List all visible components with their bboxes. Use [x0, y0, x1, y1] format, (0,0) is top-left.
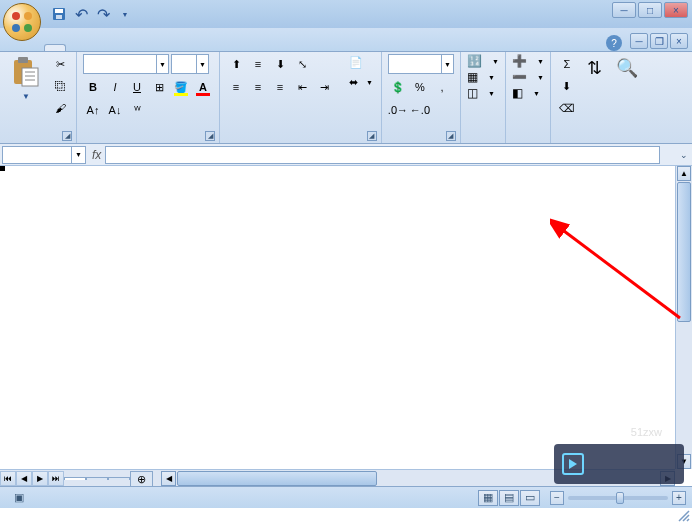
bold-button[interactable]: B — [83, 77, 103, 97]
zoom-in-button[interactable]: + — [672, 491, 686, 505]
tab-view[interactable] — [178, 45, 198, 51]
scroll-left-icon[interactable]: ◀ — [161, 471, 176, 486]
insert-cells-button[interactable]: ➕▼ — [512, 54, 544, 68]
font-size-combo[interactable]: ▼ — [171, 54, 209, 74]
clear-icon[interactable]: ⌫ — [557, 98, 577, 118]
save-icon[interactable] — [50, 5, 68, 23]
sheet-tab-2[interactable] — [86, 477, 108, 480]
help-icon[interactable]: ? — [606, 35, 622, 51]
workbook-minimize-button[interactable]: ─ — [630, 33, 648, 49]
zoom-slider[interactable] — [568, 496, 668, 500]
merge-center-button[interactable]: ⬌▼ — [347, 74, 375, 91]
tab-home[interactable] — [44, 44, 66, 51]
qat-dropdown-icon[interactable]: ▼ — [116, 5, 134, 23]
worksheet-grid[interactable]: ▲ ▼ ⏮ ◀ ▶ ⏭ ⊕ ◀ ▶ — [0, 166, 692, 486]
formula-bar: ▼ fx ⌄ — [0, 144, 692, 166]
tab-nav-next-icon[interactable]: ▶ — [32, 471, 48, 486]
increase-decimal-icon[interactable]: .0→ — [388, 100, 408, 120]
formula-input[interactable] — [105, 146, 660, 164]
tab-formulas[interactable] — [112, 45, 132, 51]
orientation-icon[interactable]: ⤡ — [292, 54, 312, 74]
undo-icon[interactable]: ↶ — [72, 5, 90, 23]
italic-button[interactable]: I — [105, 77, 125, 97]
conditional-formatting-button[interactable]: 🔢▼ — [467, 54, 499, 68]
format-as-table-button[interactable]: ▦▼ — [467, 70, 495, 84]
tab-nav-first-icon[interactable]: ⏮ — [0, 471, 16, 486]
dialog-launcher-icon[interactable]: ◢ — [367, 131, 377, 141]
phonetic-icon[interactable]: ᵂ — [127, 100, 147, 120]
scroll-up-icon[interactable]: ▲ — [677, 166, 691, 181]
tab-review[interactable] — [156, 45, 176, 51]
dialog-launcher-icon[interactable]: ◢ — [205, 131, 215, 141]
workbook-restore-button[interactable]: ❐ — [650, 33, 668, 49]
new-sheet-button[interactable]: ⊕ — [130, 471, 153, 487]
dialog-launcher-icon[interactable]: ◢ — [446, 131, 456, 141]
name-box[interactable]: ▼ — [2, 146, 86, 164]
tab-nav-prev-icon[interactable]: ◀ — [16, 471, 32, 486]
align-top-icon[interactable]: ⬆ — [226, 54, 246, 74]
normal-view-icon[interactable]: ▦ — [478, 490, 498, 506]
decrease-indent-icon[interactable]: ⇤ — [292, 77, 312, 97]
align-bottom-icon[interactable]: ⬇ — [270, 54, 290, 74]
border-button[interactable]: ⊞ — [149, 77, 169, 97]
increase-indent-icon[interactable]: ⇥ — [314, 77, 334, 97]
minimize-button[interactable]: ─ — [612, 2, 636, 18]
expand-formula-bar-icon[interactable]: ⌄ — [676, 150, 692, 160]
workbook-close-button[interactable]: × — [670, 33, 688, 49]
decrease-decimal-icon[interactable]: ←.0 — [410, 100, 430, 120]
tab-nav-last-icon[interactable]: ⏭ — [48, 471, 64, 486]
fill-handle[interactable] — [0, 166, 5, 171]
align-left-icon[interactable]: ≡ — [226, 77, 246, 97]
decrease-font-icon[interactable]: A↓ — [105, 100, 125, 120]
office-button[interactable] — [3, 3, 41, 41]
comma-icon[interactable]: , — [432, 77, 452, 97]
ribbon-tabs: ? ─ ❐ × — [0, 28, 692, 52]
fx-button[interactable]: fx — [92, 148, 101, 162]
align-middle-icon[interactable]: ≡ — [248, 54, 268, 74]
format-icon: ◧ — [512, 86, 523, 100]
group-cells: ➕▼ ➖▼ ◧▼ — [506, 52, 551, 143]
cell-styles-button[interactable]: ◫▼ — [467, 86, 495, 100]
tab-data[interactable] — [134, 45, 154, 51]
scroll-thumb[interactable] — [677, 182, 691, 322]
font-color-button[interactable]: A — [193, 77, 213, 97]
autosum-icon[interactable]: Σ — [557, 54, 577, 74]
sheet-tab-3[interactable] — [108, 477, 130, 480]
scroll-thumb[interactable] — [177, 471, 377, 486]
find-select-button[interactable]: 🔍 — [613, 54, 641, 84]
underline-button[interactable]: U — [127, 77, 147, 97]
copy-icon[interactable]: ⿻ — [50, 76, 70, 96]
close-button[interactable]: × — [664, 2, 688, 18]
align-right-icon[interactable]: ≡ — [270, 77, 290, 97]
tab-developer[interactable] — [200, 45, 220, 51]
dialog-launcher-icon[interactable]: ◢ — [62, 131, 72, 141]
fill-color-button[interactable]: 🪣 — [171, 77, 191, 97]
sort-filter-button[interactable]: ⇅ — [581, 54, 609, 84]
delete-cells-button[interactable]: ➖▼ — [512, 70, 544, 84]
chevron-down-icon: ▼ — [22, 92, 30, 101]
percent-icon[interactable]: % — [410, 77, 430, 97]
format-cells-button[interactable]: ◧▼ — [512, 86, 540, 100]
increase-font-icon[interactable]: A↑ — [83, 100, 103, 120]
resize-grip-icon[interactable] — [677, 509, 691, 523]
sheet-tab-1[interactable] — [64, 477, 86, 480]
tab-insert[interactable] — [68, 45, 88, 51]
redo-icon[interactable]: ↷ — [94, 5, 112, 23]
tab-page-layout[interactable] — [90, 45, 110, 51]
wrap-text-button[interactable]: 📄 — [347, 54, 375, 71]
align-center-icon[interactable]: ≡ — [248, 77, 268, 97]
page-layout-view-icon[interactable]: ▤ — [499, 490, 519, 506]
cut-icon[interactable]: ✂ — [50, 54, 70, 74]
zoom-out-button[interactable]: − — [550, 491, 564, 505]
vertical-scrollbar[interactable]: ▲ ▼ — [675, 166, 692, 469]
maximize-button[interactable]: □ — [638, 2, 662, 18]
paste-button[interactable]: ▼ — [6, 54, 46, 103]
number-format-combo[interactable]: ▼ — [388, 54, 454, 74]
group-number: ▼ 💲 % , .0→ ←.0 ◢ — [382, 52, 461, 143]
font-name-combo[interactable]: ▼ — [83, 54, 169, 74]
fill-icon[interactable]: ⬇ — [557, 76, 577, 96]
format-painter-icon[interactable]: 🖌 — [50, 98, 70, 118]
macro-record-icon[interactable]: ▣ — [14, 491, 24, 504]
currency-icon[interactable]: 💲 — [388, 77, 408, 97]
page-break-view-icon[interactable]: ▭ — [520, 490, 540, 506]
